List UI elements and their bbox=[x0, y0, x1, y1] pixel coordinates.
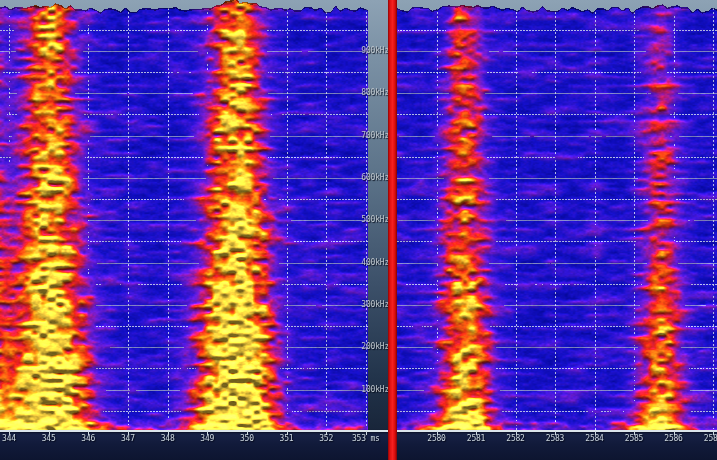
left-time-axis-line bbox=[0, 430, 388, 432]
freq-tick-label: 900kHz bbox=[358, 46, 389, 56]
time-tick-mark bbox=[287, 431, 288, 435]
freq-tick-label: 600kHz bbox=[358, 173, 389, 183]
time-tick-mark bbox=[516, 431, 517, 435]
freq-tick-label: 200kHz bbox=[358, 342, 389, 352]
freq-tick-label: 300kHz bbox=[358, 300, 389, 310]
time-tick-label: 345 bbox=[34, 434, 64, 444]
time-tick-label: 351 bbox=[272, 434, 302, 444]
time-tick-mark bbox=[128, 431, 129, 435]
time-tick-label: 2586 bbox=[659, 434, 689, 444]
time-tick-label: 2587 bbox=[698, 434, 717, 444]
time-tick-mark bbox=[207, 431, 208, 435]
time-tick-label: 2583 bbox=[540, 434, 570, 444]
time-tick-mark bbox=[168, 431, 169, 435]
time-tick-mark bbox=[88, 431, 89, 435]
time-tick-label: 352 bbox=[311, 434, 341, 444]
time-tick-mark bbox=[437, 431, 438, 435]
time-tick-label: 2582 bbox=[501, 434, 531, 444]
time-tick-label: 350 bbox=[232, 434, 262, 444]
time-tick-mark bbox=[326, 431, 327, 435]
time-tick-mark bbox=[49, 431, 50, 435]
time-tick-mark bbox=[595, 431, 596, 435]
red-divider-cursor[interactable] bbox=[388, 0, 397, 460]
right-time-axis-line bbox=[397, 430, 717, 432]
time-tick-mark bbox=[634, 431, 635, 435]
waterfall-spectrogram-right[interactable] bbox=[397, 0, 717, 432]
time-tick-mark bbox=[247, 431, 248, 435]
freq-tick-label: 500kHz bbox=[358, 215, 389, 225]
time-tick-label: 2584 bbox=[580, 434, 610, 444]
time-tick-mark bbox=[674, 431, 675, 435]
freq-tick-label: 800kHz bbox=[358, 88, 389, 98]
freq-tick-label: 400kHz bbox=[358, 258, 389, 268]
time-tick-label: 344 bbox=[0, 434, 24, 444]
freq-tick-label: 700kHz bbox=[358, 131, 389, 141]
time-tick-label: 2585 bbox=[619, 434, 649, 444]
time-tick-label: 349 bbox=[192, 434, 222, 444]
time-tick-mark bbox=[713, 431, 714, 435]
time-tick-label: 347 bbox=[113, 434, 143, 444]
time-tick-mark bbox=[555, 431, 556, 435]
time-tick-label: 353 ms bbox=[346, 434, 386, 444]
time-tick-label: 2580 bbox=[422, 434, 452, 444]
time-tick-mark bbox=[476, 431, 477, 435]
time-tick-label: 348 bbox=[153, 434, 183, 444]
time-tick-mark bbox=[9, 431, 10, 435]
time-tick-mark bbox=[366, 431, 367, 435]
freq-tick-label: 100kHz bbox=[358, 385, 389, 395]
spectrogram-viewer: 900kHz800kHz700kHz600kHz500kHz400kHz300k… bbox=[0, 0, 717, 460]
waterfall-spectrogram-left[interactable] bbox=[0, 0, 368, 432]
time-tick-label: 346 bbox=[73, 434, 103, 444]
time-tick-label: 2581 bbox=[461, 434, 491, 444]
